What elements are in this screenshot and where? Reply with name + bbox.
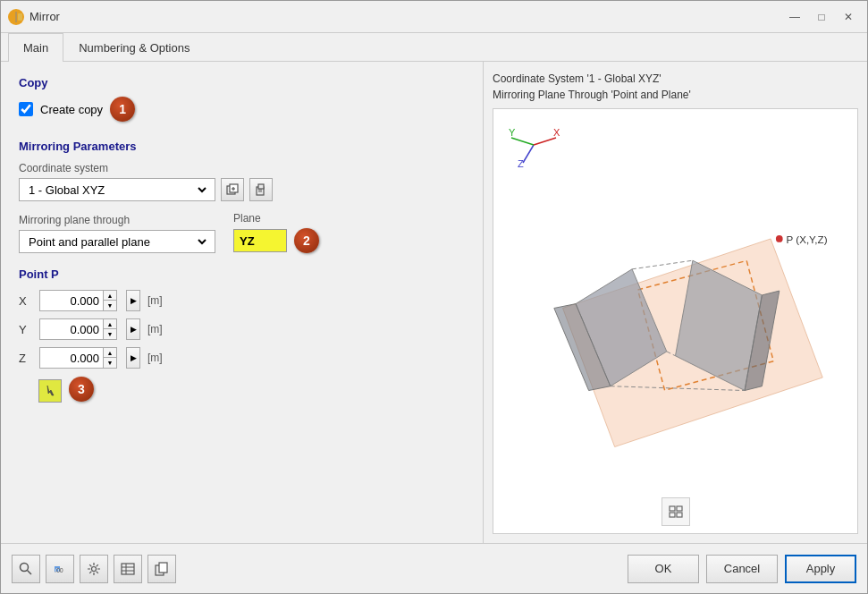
- mirroring-plane-select[interactable]: Point and parallel plane: [25, 234, 209, 250]
- y-down-button[interactable]: ▼: [104, 329, 116, 339]
- tab-numbering-options[interactable]: Numbering & Options: [63, 33, 205, 62]
- create-copy-label: Create copy: [40, 103, 103, 116]
- z-label: Z: [19, 352, 32, 365]
- svg-line-15: [534, 138, 556, 145]
- svg-point-37: [92, 566, 97, 571]
- copy-title: Copy: [19, 76, 465, 89]
- create-copy-checkbox[interactable]: [19, 102, 33, 116]
- svg-text:Y: Y: [509, 127, 516, 138]
- z-coord-row: Z ▲ ▼ ▶ [m]: [19, 347, 465, 369]
- y-spinner: ▲ ▼: [39, 318, 117, 340]
- z-up-button[interactable]: ▲: [104, 348, 116, 358]
- svg-rect-0: [10, 13, 14, 21]
- coord-new-button[interactable]: [221, 178, 244, 201]
- svg-rect-8: [258, 184, 264, 189]
- plane-label: Plane: [233, 212, 319, 225]
- mirroring-plane-row: Mirroring plane through Point and parall…: [19, 212, 465, 253]
- mirroring-params-title: Mirroring Parameters: [19, 140, 465, 153]
- right-panel: Coordinate System '1 - Global XYZ' Mirro…: [484, 62, 867, 543]
- y-input[interactable]: [40, 319, 103, 339]
- coord-system-label: Coordinate system: [19, 162, 465, 174]
- coord-paste-button[interactable]: [249, 178, 273, 201]
- badge-3: 3: [69, 377, 94, 402]
- search-footer-button[interactable]: [12, 555, 40, 583]
- mirroring-params-section: Mirroring Parameters Coordinate system 1…: [19, 140, 465, 253]
- z-input[interactable]: [40, 348, 103, 368]
- x-down-button[interactable]: ▼: [104, 301, 116, 310]
- mirroring-text: Mirroring Plane Through 'Point and Plane…: [493, 87, 858, 103]
- content-area: Copy Create copy 1 Mirroring Parameters …: [1, 62, 867, 543]
- mirror-dialog: Mirror — □ ✕ Main Numbering & Options Co…: [0, 0, 868, 594]
- svg-line-11: [523, 145, 534, 163]
- svg-rect-1: [18, 13, 22, 21]
- svg-rect-28: [670, 506, 675, 511]
- plane-group: Plane YZ 2: [233, 212, 319, 253]
- svg-text:Z: Z: [518, 158, 524, 169]
- tab-main[interactable]: Main: [8, 33, 63, 62]
- create-copy-row: Create copy 1: [19, 97, 465, 122]
- svg-line-33: [28, 570, 32, 574]
- x-input[interactable]: [40, 291, 103, 310]
- x-spinner: ▲ ▼: [39, 290, 117, 311]
- titlebar: Mirror — □ ✕: [1, 1, 867, 33]
- copy-footer-button[interactable]: [147, 555, 176, 583]
- copy-section: Copy Create copy 1: [19, 76, 465, 122]
- z-arrow-button[interactable]: ▶: [126, 347, 140, 369]
- point-p-section: Point P X ▲ ▼ ▶ [m] Y: [19, 267, 465, 403]
- ok-button[interactable]: OK: [628, 555, 699, 583]
- x-arrow-button[interactable]: ▶: [126, 290, 140, 311]
- svg-rect-29: [677, 506, 682, 511]
- svg-rect-31: [677, 513, 682, 517]
- svg-text:P (X,Y,Z): P (X,Y,Z): [787, 233, 828, 245]
- coordinate-footer-button[interactable]: 0 .00: [46, 555, 74, 583]
- footer-icons: 0 .00: [12, 555, 628, 583]
- y-label: Y: [19, 323, 32, 336]
- close-button[interactable]: ✕: [837, 8, 860, 26]
- z-unit: [m]: [147, 352, 163, 364]
- svg-text:X: X: [553, 127, 560, 138]
- z-spinner: ▲ ▼: [39, 347, 117, 369]
- coord-system-select[interactable]: 1 - Global XYZ: [25, 182, 209, 198]
- mirroring-plane-group: Mirroring plane through Point and parall…: [19, 214, 215, 253]
- y-up-button[interactable]: ▲: [104, 319, 116, 329]
- footer: 0 .00: [1, 543, 867, 593]
- point-p-title: Point P: [19, 267, 465, 281]
- y-unit: [m]: [147, 323, 163, 335]
- badge-1: 1: [110, 97, 135, 122]
- table-footer-button[interactable]: [114, 555, 142, 583]
- z-spinner-btns: ▲ ▼: [103, 348, 116, 368]
- maximize-button[interactable]: □: [810, 8, 833, 26]
- y-spinner-btns: ▲ ▼: [103, 319, 116, 339]
- svg-point-26: [776, 235, 783, 242]
- coord-system-dropdown[interactable]: 1 - Global XYZ: [19, 178, 215, 201]
- minimize-button[interactable]: —: [783, 8, 806, 26]
- footer-buttons: OK Cancel Apply: [628, 555, 856, 583]
- x-spinner-btns: ▲ ▼: [103, 291, 116, 310]
- x-coord-row: X ▲ ▼ ▶ [m]: [19, 290, 465, 311]
- tab-bar: Main Numbering & Options: [1, 33, 867, 62]
- coord-system-text: Coordinate System '1 - Global XYZ': [493, 71, 858, 87]
- x-label: X: [19, 294, 32, 308]
- mirroring-plane-dropdown[interactable]: Point and parallel plane: [19, 230, 215, 253]
- y-coord-row: Y ▲ ▼ ▶ [m]: [19, 318, 465, 340]
- left-panel: Copy Create copy 1 Mirroring Parameters …: [1, 62, 484, 543]
- window-title: Mirror: [29, 10, 783, 23]
- svg-line-13: [511, 138, 534, 145]
- cancel-button[interactable]: Cancel: [706, 555, 778, 583]
- settings-footer-button[interactable]: [80, 555, 108, 583]
- apply-button[interactable]: Apply: [785, 555, 856, 583]
- y-arrow-button[interactable]: ▶: [126, 318, 140, 340]
- viewport-settings-button[interactable]: [662, 497, 690, 526]
- viewport-info: Coordinate System '1 - Global XYZ' Mirro…: [493, 71, 858, 103]
- plane-value: YZ: [233, 229, 287, 252]
- app-icon: [8, 9, 24, 25]
- svg-text:.00: .00: [55, 567, 63, 573]
- svg-point-32: [21, 563, 29, 571]
- axis-svg: Z Y X: [507, 118, 560, 172]
- pick-point-button[interactable]: [38, 379, 62, 403]
- x-up-button[interactable]: ▲: [104, 291, 116, 301]
- badge-2: 2: [294, 228, 319, 253]
- svg-rect-38: [122, 564, 134, 574]
- z-down-button[interactable]: ▼: [104, 358, 116, 368]
- coord-system-row: 1 - Global XYZ: [19, 178, 465, 201]
